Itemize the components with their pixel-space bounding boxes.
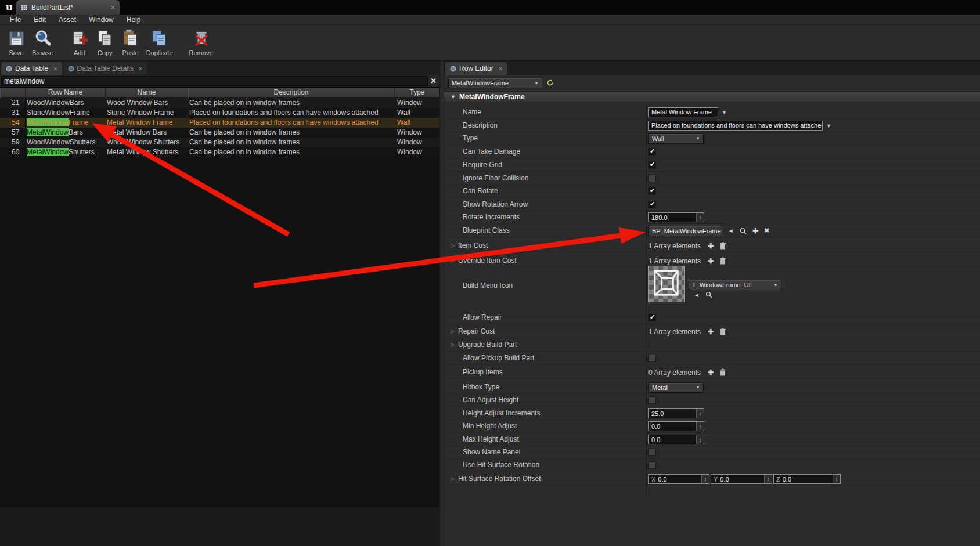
copy-button[interactable]: Copy xyxy=(92,27,118,57)
row-editor-panel: Row Editor × MetalWindowFrame ▼ ▼ MetalW… xyxy=(444,61,980,546)
header-type[interactable]: Type xyxy=(395,88,439,98)
duplicate-button[interactable]: Duplicate xyxy=(143,27,176,57)
chevron-down-icon[interactable]: ▼ xyxy=(826,123,831,129)
paste-button[interactable]: Paste xyxy=(118,27,143,57)
row-name-cell: MetalWindowBars xyxy=(26,128,106,138)
asset-tab-buildpartlist[interactable]: BuildPartList* × xyxy=(16,0,120,15)
prop-label: Height Adjust Increments xyxy=(463,407,540,420)
drag-spinner-icon[interactable]: ↕ xyxy=(696,422,704,431)
empty-array-icon[interactable] xyxy=(719,368,726,376)
show-name-panel-checkbox[interactable] xyxy=(648,449,656,456)
rotate-increments-spinbox[interactable]: 180.0↕ xyxy=(648,212,704,222)
add-element-icon[interactable]: ✚ xyxy=(708,257,714,265)
tab-data-table-details[interactable]: Data Table Details × xyxy=(63,62,147,75)
empty-array-icon[interactable] xyxy=(719,242,726,250)
offset-y-spinbox[interactable]: Y0.0↕ xyxy=(711,474,772,484)
show-rotation-arrow-checkbox[interactable] xyxy=(648,201,656,208)
table-row[interactable]: 57 MetalWindowBars Metal Window Bars Can… xyxy=(0,128,439,138)
drag-spinner-icon[interactable]: ↕ xyxy=(696,409,704,418)
min-height-adjust-spinbox[interactable]: 0.0↕ xyxy=(648,421,704,431)
panel-splitter[interactable] xyxy=(439,61,444,546)
table-row[interactable]: 59 WoodWindowShutters Wood Window Shutte… xyxy=(0,138,439,147)
save-button[interactable]: Save xyxy=(3,27,29,57)
hitbox-type-dropdown[interactable]: Metal▼ xyxy=(648,382,704,393)
clear-icon[interactable]: ✖ xyxy=(764,227,769,234)
menu-help[interactable]: Help xyxy=(120,15,147,25)
expander-arrow-icon[interactable]: ▷ xyxy=(451,325,455,338)
use-selected-asset-icon[interactable]: ◄ xyxy=(694,292,700,298)
description-field[interactable]: Placed on foundations and floors can hav… xyxy=(648,121,823,131)
search-input[interactable] xyxy=(1,76,428,86)
ignore-floor-collision-checkbox[interactable] xyxy=(648,175,656,182)
can-adjust-height-checkbox[interactable] xyxy=(648,396,656,404)
name-field[interactable]: Metal Window Frame xyxy=(648,107,718,117)
prop-label: Name xyxy=(463,106,481,119)
menu-bar: File Edit Asset Window Help xyxy=(0,15,980,25)
drag-spinner-icon[interactable]: ↕ xyxy=(764,475,772,483)
blueprint-class-dropdown[interactable]: BP_MetalWindowFrame▼ xyxy=(648,226,722,236)
expander-arrow-icon[interactable]: ▷ xyxy=(451,239,455,252)
table-row[interactable]: 21 WoodWindowBars Wood Window Bars Can b… xyxy=(0,98,439,108)
menu-edit[interactable]: Edit xyxy=(27,15,52,25)
use-hit-surface-rotation-checkbox[interactable] xyxy=(648,461,656,469)
drag-spinner-icon[interactable]: ↕ xyxy=(696,213,704,222)
chevron-down-icon[interactable]: ▼ xyxy=(722,110,727,115)
remove-button[interactable]: Remove xyxy=(186,27,216,57)
drag-spinner-icon[interactable]: ↕ xyxy=(696,435,704,444)
row-index: 57 xyxy=(0,128,26,138)
header-row-name[interactable]: Row Name xyxy=(26,88,106,98)
browse-to-asset-icon[interactable] xyxy=(705,291,712,298)
offset-z-spinbox[interactable]: Z0.0↕ xyxy=(773,474,841,484)
max-height-adjust-spinbox[interactable]: 0.0↕ xyxy=(648,435,704,444)
allow-pickup-build-part-checkbox[interactable] xyxy=(648,355,656,362)
header-index[interactable] xyxy=(0,88,26,98)
reset-icon[interactable] xyxy=(546,79,554,86)
add-element-icon[interactable]: ✚ xyxy=(708,328,714,336)
search-match-highlight: MetalWindow xyxy=(27,128,69,136)
require-grid-checkbox[interactable] xyxy=(648,161,656,169)
tab-data-table[interactable]: Data Table × xyxy=(1,62,62,75)
header-description[interactable]: Description xyxy=(188,88,395,98)
close-icon[interactable]: × xyxy=(139,65,142,72)
table-row[interactable]: 60 MetalWindowShutters Metal Window Shut… xyxy=(0,147,439,157)
header-name[interactable]: Name xyxy=(106,88,188,98)
close-icon[interactable]: × xyxy=(111,3,115,12)
build-menu-icon-texture-dropdown[interactable]: T_WindowFrame_UI ▼ xyxy=(689,280,781,290)
empty-array-icon[interactable] xyxy=(719,328,726,335)
table-row[interactable]: 31 StoneWindowFrame Stone Window Frame P… xyxy=(0,108,439,118)
menu-file[interactable]: File xyxy=(3,15,27,25)
browse-button[interactable]: Browse xyxy=(29,27,56,57)
add-element-icon[interactable]: ✚ xyxy=(708,242,714,250)
offset-x-spinbox[interactable]: X0.0↕ xyxy=(648,474,709,484)
spin-value: 180.0 xyxy=(649,214,696,221)
expander-arrow-icon[interactable]: ▷ xyxy=(451,472,455,486)
height-adjust-increments-spinbox[interactable]: 25.0↕ xyxy=(648,408,704,418)
expander-arrow-icon[interactable]: ▷ xyxy=(451,254,455,267)
menu-asset[interactable]: Asset xyxy=(52,15,82,25)
close-icon[interactable]: × xyxy=(499,65,502,72)
menu-window[interactable]: Window xyxy=(82,15,120,25)
type-dropdown[interactable]: Wall▼ xyxy=(648,133,704,144)
add-element-icon[interactable]: ✚ xyxy=(708,368,714,377)
can-take-damage-checkbox[interactable] xyxy=(648,148,656,156)
table-row-selected[interactable]: 54 MetalWindowFrame Metal Window Frame P… xyxy=(0,118,439,128)
allow-repair-checkbox[interactable] xyxy=(648,314,656,321)
category-header[interactable]: ▼ MetalWindowFrame xyxy=(444,92,980,102)
clear-search-icon[interactable]: ✕ xyxy=(430,76,437,86)
row-selector-dropdown[interactable]: MetalWindowFrame ▼ xyxy=(448,78,542,88)
use-selected-asset-icon[interactable]: ◄ xyxy=(728,227,734,234)
add-button[interactable]: Add xyxy=(67,27,92,57)
tab-row-editor[interactable]: Row Editor × xyxy=(445,62,507,75)
drag-spinner-icon[interactable]: ↕ xyxy=(833,475,840,483)
prop-label: Can Rotate xyxy=(463,185,498,198)
name-cell: Metal Window Frame xyxy=(106,118,188,128)
prop-label: Max Height Adjust xyxy=(463,433,519,446)
add-icon[interactable]: ✚ xyxy=(752,227,758,235)
empty-array-icon[interactable] xyxy=(719,257,726,265)
expander-arrow-icon[interactable]: ▷ xyxy=(451,338,455,352)
can-rotate-checkbox[interactable] xyxy=(648,187,656,195)
close-icon[interactable]: × xyxy=(53,65,57,72)
build-menu-icon-thumbnail[interactable] xyxy=(648,266,685,302)
drag-spinner-icon[interactable]: ↕ xyxy=(701,475,709,483)
browse-to-asset-icon[interactable] xyxy=(740,227,747,234)
